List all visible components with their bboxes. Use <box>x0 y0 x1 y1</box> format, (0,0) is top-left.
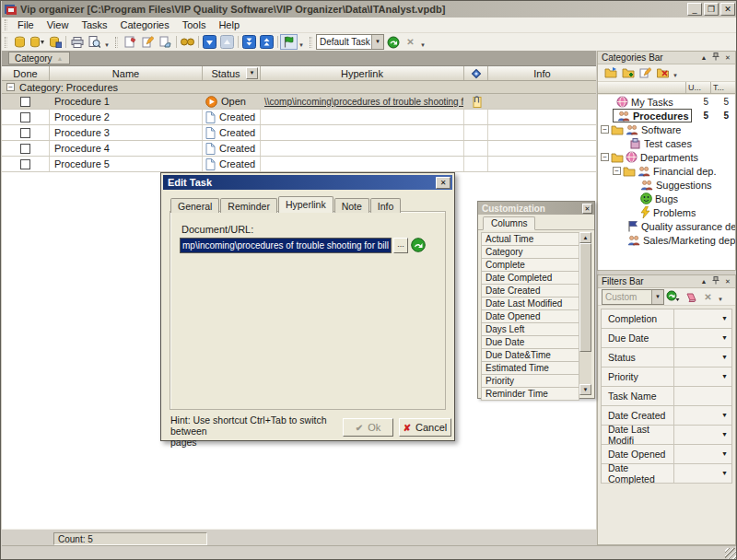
menu-file[interactable]: File <box>11 18 41 33</box>
open-database-icon[interactable] <box>29 34 46 50</box>
browse-button[interactable]: ... <box>393 238 408 253</box>
column-item[interactable]: Due Date <box>481 336 579 349</box>
column-header-done[interactable]: Done <box>2 66 50 80</box>
scrollbar-thumb[interactable] <box>579 243 591 352</box>
table-group-row[interactable]: − Category: Procedures <box>2 81 596 94</box>
tab-reminder[interactable]: Reminder <box>220 198 277 213</box>
apply-view-icon[interactable] <box>384 34 402 50</box>
print-icon[interactable] <box>68 34 86 50</box>
done-checkbox[interactable] <box>20 159 30 169</box>
filter-value-field[interactable]: ▼ <box>674 464 731 483</box>
collapse-panel-icon[interactable]: ▲ <box>698 276 709 286</box>
print-preview-icon[interactable] <box>86 34 103 50</box>
filter-value-field[interactable]: ▼ <box>674 368 731 386</box>
column-item[interactable]: Actual Time <box>481 233 579 246</box>
filter-value-field[interactable]: ▼ <box>674 406 731 425</box>
tree-item-test-cases[interactable]: Test cases <box>598 136 735 150</box>
filter-value-field[interactable]: ▼ <box>674 329 731 347</box>
chevron-down-icon[interactable]: ▼ <box>719 349 731 365</box>
column-header-status[interactable]: Status ▼ <box>203 66 261 80</box>
column-item[interactable]: Due Date&Time <box>481 349 579 362</box>
delete-category-icon[interactable] <box>654 65 672 81</box>
green-flag-icon[interactable] <box>280 34 298 50</box>
move-up-icon[interactable] <box>218 34 236 50</box>
edit-task-icon[interactable] <box>139 34 157 50</box>
column-item[interactable]: Category <box>481 246 579 259</box>
collapse-panel-icon[interactable]: ▲ <box>698 52 709 63</box>
menu-help[interactable]: Help <box>212 18 246 33</box>
new-database-icon[interactable] <box>11 34 29 50</box>
status-filter-dropdown-icon[interactable]: ▼ <box>246 67 258 79</box>
column-header-name[interactable]: Name <box>50 66 203 80</box>
chevron-down-icon[interactable]: ▼ <box>371 35 383 49</box>
column-item[interactable]: Date Opened <box>481 310 579 323</box>
chevron-down-icon[interactable]: ▼ <box>651 290 663 304</box>
chevron-down-icon[interactable]: ▼ <box>719 368 731 384</box>
close-icon[interactable]: ✕ <box>722 276 733 286</box>
filter-value-field[interactable]: ▼ <box>674 348 731 367</box>
new-category-icon[interactable] <box>602 65 619 81</box>
filter-value-field[interactable]: ▼ <box>674 426 731 444</box>
column-item[interactable]: Complete <box>481 259 579 272</box>
close-icon[interactable]: ✕ <box>582 204 592 214</box>
tab-columns[interactable]: Columns <box>483 216 535 230</box>
column-item[interactable]: Priority <box>481 375 579 388</box>
column-item[interactable]: Estimated Time <box>481 362 579 375</box>
clear-view-icon[interactable]: ✕ <box>402 34 419 50</box>
tab-note[interactable]: Note <box>334 198 369 213</box>
expand-all-icon[interactable] <box>240 34 258 50</box>
close-icon[interactable]: ✕ <box>436 177 450 189</box>
done-checkbox[interactable] <box>20 144 30 154</box>
tab-hyperlink[interactable]: Hyperlink <box>278 196 333 213</box>
collapse-group-icon[interactable]: − <box>6 83 15 91</box>
maximize-icon[interactable]: ❐ <box>704 3 719 16</box>
tree-item-suggestions[interactable]: Suggestions <box>598 178 735 192</box>
document-url-input[interactable] <box>180 238 392 253</box>
column-item[interactable]: Date Completed <box>481 272 579 285</box>
tree-item-bugs[interactable]: Bugs <box>598 192 735 205</box>
hyperlink[interactable]: \\comp\incoming\procedures of trouble sh… <box>264 97 464 107</box>
done-checkbox[interactable] <box>20 112 30 122</box>
chevron-down-icon[interactable]: ▼ <box>719 330 731 345</box>
toolbar-overflow-icon[interactable]: ▼ <box>717 289 724 304</box>
group-by-category-button[interactable]: Category ▲ <box>8 52 70 64</box>
column-item[interactable]: Date Created <box>481 285 579 298</box>
apply-filter-icon[interactable] <box>664 289 682 305</box>
filter-value-field[interactable] <box>674 387 731 405</box>
new-task-icon[interactable] <box>122 34 139 50</box>
column-header-total[interactable]: T... <box>710 82 735 93</box>
toolbar-overflow-icon[interactable]: ▼ <box>672 65 679 80</box>
open-link-icon[interactable] <box>410 237 427 253</box>
table-row[interactable]: Procedure 3 Created <box>2 125 596 141</box>
menu-categories[interactable]: Categories <box>114 18 176 33</box>
menu-drag-handle[interactable] <box>5 19 7 30</box>
pin-icon[interactable] <box>710 276 721 286</box>
edit-category-icon[interactable] <box>637 65 654 81</box>
collapse-node-icon[interactable]: − <box>613 167 621 175</box>
ok-button[interactable]: ✔ Ok <box>343 418 393 437</box>
column-item[interactable]: Days Left <box>481 323 579 336</box>
tree-item-procedures[interactable]: Procedures 5 5 <box>598 109 735 122</box>
menu-tasks[interactable]: Tasks <box>75 18 113 33</box>
column-header-attachment[interactable] <box>464 66 488 80</box>
chevron-down-icon[interactable]: ▼ <box>719 426 731 442</box>
tree-item-my-tasks[interactable]: My Tasks 5 5 <box>598 95 735 109</box>
scroll-up-icon[interactable]: ▲ <box>579 232 591 243</box>
toolbar-overflow-icon[interactable]: ▼ <box>419 35 427 50</box>
done-checkbox[interactable] <box>20 128 30 138</box>
resize-grip[interactable] <box>725 548 736 559</box>
new-subcategory-icon[interactable] <box>619 65 637 81</box>
menu-view[interactable]: View <box>41 18 76 33</box>
toolbar-overflow-icon[interactable]: ▼ <box>103 35 111 50</box>
scrollbar[interactable]: ▲ ▼ <box>579 232 591 395</box>
tree-item-departments[interactable]: − Departments <box>598 150 735 164</box>
tab-info[interactable]: Info <box>370 198 402 213</box>
close-filter-icon[interactable]: ✕ <box>699 289 717 305</box>
table-row[interactable]: Procedure 4 Created <box>2 141 596 157</box>
toolbar-overflow-icon[interactable]: ▼ <box>298 35 305 50</box>
save-database-icon[interactable] <box>46 34 64 50</box>
task-view-combobox[interactable]: Default Task V ▼ <box>316 34 384 50</box>
cancel-button[interactable]: ✘ Cancel <box>399 418 451 437</box>
column-item[interactable]: Reminder Time <box>481 388 579 401</box>
pin-icon[interactable] <box>710 52 721 63</box>
